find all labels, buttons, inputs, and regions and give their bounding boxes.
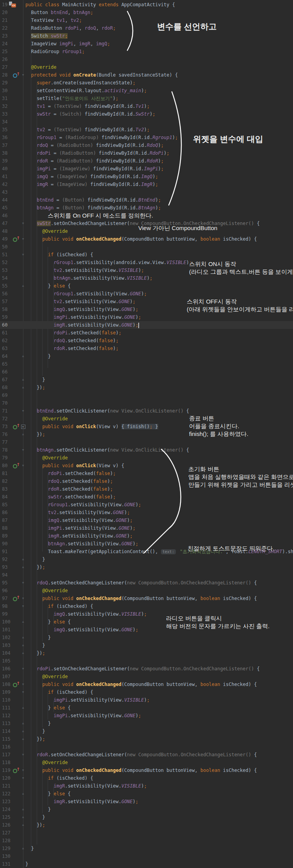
line-number[interactable]: 130 [2,852,11,860]
line-number[interactable]: 120 [2,774,11,782]
line-number[interactable]: 128 [2,837,11,845]
line-number[interactable]: 87 [2,516,7,524]
code-line-76[interactable]: 76▵ }); [0,430,293,438]
fold-end-marker[interactable]: ▵ [20,376,26,384]
fold-start-marker[interactable]: ▿ [20,680,26,688]
code-line-105[interactable]: 105 [0,657,293,665]
fold-end-marker[interactable]: ▵ [20,618,26,626]
line-number[interactable]: 113 [2,720,11,727]
line-number[interactable]: 90 [2,540,7,548]
line-number[interactable]: 27 [2,63,7,71]
code-line-67[interactable]: 67▵ } [0,376,293,384]
fold-end-marker[interactable]: ▵ [20,634,26,641]
fold-end-marker[interactable]: ▵ [20,352,26,360]
code-line-85[interactable]: 85 rGroup1.setVisibility(View.GONE); [0,501,293,509]
fold-end-marker[interactable]: ▵ [20,555,26,563]
line-number[interactable]: 41 [2,173,7,180]
code-line-19[interactable]: 19<>public class MainActivity extends Ap… [0,1,293,9]
fold-end-marker[interactable]: ▵ [20,704,26,712]
code-line-125[interactable]: 125▵ } [0,813,293,821]
code-line-88[interactable]: 88 imgPi.setVisibility(View.GONE); [0,524,293,532]
line-number[interactable]: 82 [2,477,7,485]
line-number[interactable]: 93 [2,563,7,571]
override-method-icon[interactable]: ↑ [13,682,21,687]
fold-end-marker[interactable]: ▵ [20,735,26,743]
fold-start-marker[interactable]: ▿ [20,751,26,759]
line-number[interactable]: 100 [2,618,11,626]
fold-end-marker[interactable]: ▵ [20,384,26,391]
code-line-33[interactable]: 33 swStr = (Switch) findViewById(R.id.Sw… [0,110,293,118]
line-number[interactable]: 88 [2,524,7,532]
line-number[interactable]: 118 [2,759,11,766]
code-line-129[interactable]: 129▵ } [0,845,293,852]
code-line-108[interactable]: 108↑▿ public void onCheckedChanged(Compo… [0,680,293,688]
line-number[interactable]: 31 [2,95,7,102]
fold-start-marker[interactable]: ▿ [20,235,26,243]
line-number[interactable]: 39 [2,157,7,165]
code-line-98[interactable]: 98▿ if (isChecked) { [0,602,293,610]
code-line-65[interactable]: 65 [0,360,293,368]
line-number[interactable]: 30 [2,87,7,95]
line-number[interactable]: 96 [2,587,7,595]
code-line-110[interactable]: 110 imgPi.setVisibility(View.VISIBLE); [0,696,293,704]
line-number[interactable]: 83 [2,485,7,493]
code-line-41[interactable]: 41 imgQ = (ImageView) findViewById(R.id.… [0,173,293,180]
fold-end-marker[interactable]: ▵ [20,845,26,852]
line-number[interactable]: 109 [2,688,11,696]
code-line-107[interactable]: 107 @Override [0,673,293,680]
line-number[interactable]: 19 [2,1,7,9]
line-number[interactable]: 54 [2,274,7,282]
code-line-60[interactable]: 60 imgR.setVisibility(View.GONE); [0,321,293,329]
fold-end-marker[interactable]: ▵ [20,813,26,821]
code-line-84[interactable]: 84 swStr.setChecked(false); [0,493,293,501]
code-line-119[interactable]: 119↑▿ public void onCheckedChanged(Compo… [0,766,293,774]
line-number[interactable]: 61 [2,329,7,337]
fold-end-marker[interactable]: ▵ [20,805,26,813]
code-line-27[interactable]: 27 @Override [0,63,293,71]
override-method-icon[interactable]: ↑ [13,237,21,242]
line-number[interactable]: 106 [2,665,11,673]
code-line-128[interactable]: 128 [0,837,293,845]
line-number[interactable]: 72 [2,415,7,423]
line-number[interactable]: 69 [2,391,7,399]
code-line-92[interactable]: 92▵ } [0,555,293,563]
line-number[interactable]: 68 [2,384,7,391]
code-line-111[interactable]: 111▵ } else { [0,704,293,712]
line-number[interactable]: 116 [2,743,11,751]
code-line-72[interactable]: 72 @Override [0,415,293,423]
line-number[interactable]: 111 [2,704,11,712]
code-line-127[interactable]: 127 [0,829,293,837]
code-line-66[interactable]: 66 [0,368,293,376]
code-line-121[interactable]: 121 imgR.setVisibility(View.VISIBLE); [0,782,293,790]
code-line-35[interactable]: 35 tv2 = (TextView) findViewById(R.id.Tv… [0,126,293,134]
line-number[interactable]: 28 [2,71,7,79]
line-number[interactable]: 95 [2,579,7,587]
override-method-icon[interactable]: ↑ [13,768,21,773]
code-line-30[interactable]: 30 setContentView(R.layout.activity_main… [0,87,293,95]
code-line-123[interactable]: 123 imgR.setVisibility(View.GONE); [0,798,293,805]
code-line-112[interactable]: 112 imgPi.setVisibility(View.GONE); [0,712,293,720]
line-number[interactable]: 56 [2,290,7,298]
line-number[interactable]: 98 [2,602,7,610]
line-number[interactable]: 71 [2,407,7,415]
line-number[interactable]: 102 [2,634,11,641]
code-line-51[interactable]: 51▿ if (isChecked) { [0,251,293,259]
line-number[interactable]: 108 [2,680,11,688]
line-number[interactable]: 64 [2,352,7,360]
fold-start-marker[interactable]: ▿ [20,446,26,454]
class-icon[interactable]: <> [9,2,16,8]
code-line-114[interactable]: 114▵ } [0,727,293,735]
fold-start-marker[interactable]: ▿ [20,220,26,227]
line-number[interactable]: 62 [2,337,7,345]
line-number[interactable]: 49 [2,235,7,243]
override-method-icon[interactable]: ↑ [13,73,21,78]
line-number[interactable]: 44 [2,196,7,204]
line-number[interactable]: 101 [2,626,11,634]
line-number[interactable]: 65 [2,360,7,368]
fold-end-marker[interactable]: ▵ [20,727,26,735]
line-number[interactable]: 35 [2,126,7,134]
code-line-87[interactable]: 87 imgQ.setVisibility(View.GONE); [0,516,293,524]
code-line-117[interactable]: 117▿ rdoR.setOnCheckedChangeListener(new… [0,751,293,759]
line-number[interactable]: 38 [2,149,7,157]
code-line-22[interactable]: 22 RadioButton rdoPi, rdoQ, rdoR; [0,24,293,32]
